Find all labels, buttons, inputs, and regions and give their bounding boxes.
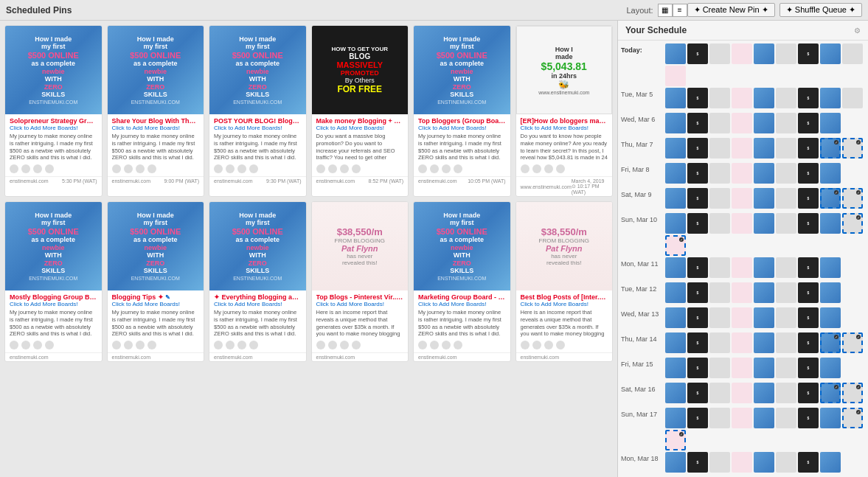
pin-action-edit[interactable]: [112, 341, 121, 349]
pin-action-edit[interactable]: [521, 164, 530, 173]
schedule-thumb[interactable]: $: [687, 188, 708, 209]
pin-board-name[interactable]: Blogging Tips ✦ ✎: [112, 293, 200, 301]
schedule-thumb[interactable]: [732, 408, 752, 428]
schedule-thumb[interactable]: [732, 257, 752, 278]
create-pin-button[interactable]: ✦ Create New Pin ✦: [687, 3, 775, 17]
schedule-thumb[interactable]: [820, 408, 841, 428]
schedule-thumb[interactable]: [776, 282, 796, 303]
pin-board-name[interactable]: Make money Blogging + Blo... ✎: [316, 117, 404, 125]
pin-action-more[interactable]: [352, 164, 361, 173]
pin-cta-button[interactable]: Click to Add More Boards!: [316, 301, 404, 307]
schedule-thumb[interactable]: ✓: [842, 213, 863, 234]
schedule-thumb[interactable]: $: [687, 213, 708, 234]
schedule-thumb[interactable]: [709, 88, 730, 108]
schedule-thumb[interactable]: [754, 358, 774, 378]
schedule-thumb[interactable]: [709, 282, 730, 303]
schedule-thumb[interactable]: [776, 163, 796, 184]
pin-action-delete[interactable]: [544, 164, 553, 173]
pin-action-edit[interactable]: [214, 341, 223, 349]
pin-action-share[interactable]: [328, 341, 337, 349]
schedule-thumb[interactable]: [665, 257, 686, 278]
pin-board-name[interactable]: [ER]How do bloggers make money - Money m…: [521, 117, 608, 125]
schedule-thumb[interactable]: [709, 452, 730, 473]
schedule-thumb[interactable]: [732, 138, 752, 159]
schedule-thumb[interactable]: [665, 188, 686, 209]
schedule-thumb[interactable]: ✓: [820, 138, 841, 159]
pin-action-edit[interactable]: [10, 341, 18, 349]
pin-cta-button[interactable]: Click to Add More Boards!: [418, 125, 506, 131]
pin-board-name[interactable]: Solopreneur Strategy Grou... ✎: [10, 117, 97, 125]
schedule-thumb[interactable]: [754, 113, 774, 133]
pin-action-delete[interactable]: [33, 341, 42, 349]
schedule-thumb[interactable]: $: [687, 383, 708, 403]
schedule-thumb[interactable]: $: [687, 332, 708, 353]
schedule-thumb[interactable]: [665, 213, 686, 234]
pin-action-more[interactable]: [556, 164, 565, 173]
pin-action-edit[interactable]: [10, 164, 18, 173]
schedule-thumb[interactable]: [709, 138, 730, 159]
pin-action-delete[interactable]: [340, 341, 349, 349]
schedule-thumb[interactable]: [732, 358, 752, 378]
schedule-thumb[interactable]: [732, 383, 752, 403]
pin-action-delete[interactable]: [544, 341, 553, 349]
pin-action-edit[interactable]: [316, 341, 325, 349]
pin-cta-button[interactable]: Click to Add More Boards!: [214, 125, 302, 131]
pin-action-share[interactable]: [226, 164, 235, 173]
schedule-thumb[interactable]: [776, 383, 796, 403]
schedule-thumb[interactable]: ✓: [842, 383, 863, 403]
layout-list-btn[interactable]: ≡: [673, 4, 687, 17]
schedule-thumb[interactable]: [754, 282, 774, 303]
schedule-thumb[interactable]: [776, 138, 796, 159]
schedule-thumb[interactable]: [709, 113, 730, 133]
schedule-thumb[interactable]: $: [798, 113, 819, 133]
schedule-thumb[interactable]: [776, 332, 796, 353]
schedule-thumb[interactable]: $: [798, 213, 819, 234]
schedule-thumb[interactable]: ✓: [842, 188, 863, 209]
schedule-thumb[interactable]: [665, 282, 686, 303]
schedule-thumb[interactable]: [820, 307, 841, 328]
schedule-thumb[interactable]: $: [687, 307, 708, 328]
schedule-thumb[interactable]: [732, 213, 752, 234]
pin-board-name[interactable]: Mostly Blogging Group Boa... ✎: [10, 293, 97, 301]
pin-edit-icon[interactable]: ✎: [605, 294, 608, 301]
schedule-thumb[interactable]: [732, 88, 752, 108]
schedule-thumb[interactable]: $: [687, 113, 708, 133]
schedule-thumb[interactable]: [776, 113, 796, 133]
pin-action-share[interactable]: [124, 164, 133, 173]
schedule-thumb[interactable]: [754, 163, 774, 184]
schedule-thumb[interactable]: [665, 408, 686, 428]
schedule-thumb[interactable]: ✓: [820, 188, 841, 209]
schedule-thumb[interactable]: [665, 163, 686, 184]
schedule-thumb[interactable]: [754, 43, 774, 64]
schedule-thumb[interactable]: [709, 408, 730, 428]
schedule-thumb[interactable]: [732, 113, 752, 133]
schedule-thumb[interactable]: [754, 138, 774, 159]
schedule-thumb[interactable]: ✓: [842, 138, 863, 159]
pin-action-share[interactable]: [124, 341, 133, 349]
schedule-thumb[interactable]: $: [687, 408, 708, 428]
schedule-thumb[interactable]: [665, 113, 686, 133]
pin-action-share[interactable]: [328, 164, 337, 173]
pin-cta-button[interactable]: Click to Add More Boards!: [418, 301, 506, 307]
schedule-thumb[interactable]: [665, 43, 686, 64]
schedule-thumb[interactable]: [754, 408, 774, 428]
schedule-thumb[interactable]: [754, 257, 774, 278]
schedule-thumb[interactable]: [709, 188, 730, 209]
schedule-thumb[interactable]: [732, 452, 752, 473]
schedule-thumb[interactable]: [820, 213, 841, 234]
schedule-thumb[interactable]: $: [798, 408, 819, 428]
pin-cta-button[interactable]: Click to Add More Boards!: [10, 125, 97, 131]
schedule-thumb[interactable]: ✓: [665, 235, 686, 256]
schedule-thumb[interactable]: [776, 188, 796, 209]
schedule-thumb[interactable]: [754, 383, 774, 403]
schedule-thumb[interactable]: [709, 307, 730, 328]
pin-action-edit[interactable]: [112, 164, 121, 173]
schedule-thumb[interactable]: [842, 88, 863, 108]
schedule-thumb[interactable]: [754, 307, 774, 328]
schedule-thumb[interactable]: [820, 163, 841, 184]
pin-edit-icon[interactable]: ✎: [400, 294, 403, 301]
pin-action-share[interactable]: [21, 164, 30, 173]
schedule-thumb[interactable]: [754, 213, 774, 234]
schedule-thumb[interactable]: [776, 358, 796, 378]
pin-edit-icon[interactable]: ✎: [165, 294, 170, 301]
